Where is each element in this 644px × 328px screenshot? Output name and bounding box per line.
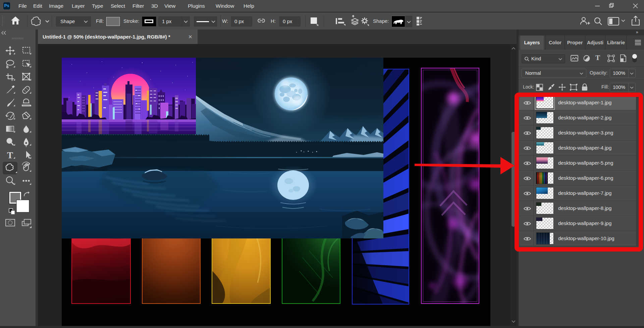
- svg-text:T: T: [7, 150, 13, 160]
